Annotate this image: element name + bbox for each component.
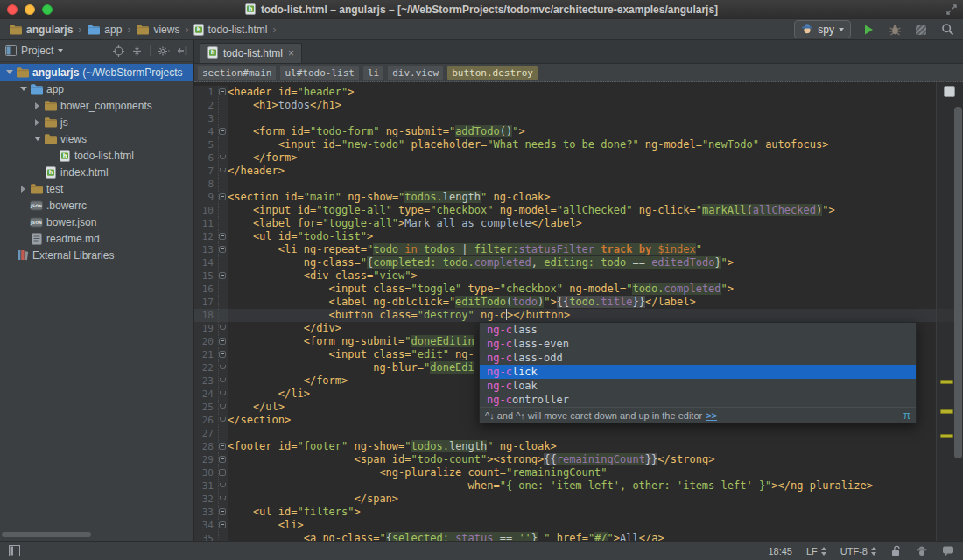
- editor-area[interactable]: 1<header id="header">2 <h1>todos</h1>34 …: [194, 82, 963, 541]
- code-line-32[interactable]: 32 </span>: [194, 493, 963, 506]
- fold-marker-icon[interactable]: [219, 374, 228, 388]
- code-line-30[interactable]: 30 <ng-pluralize count="remainingCount": [194, 466, 963, 480]
- tree-item-todo-list-html[interactable]: htodo-list.html: [0, 147, 193, 164]
- fold-marker-icon[interactable]: [219, 164, 228, 178]
- code-line-18[interactable]: 18 <button class="destroy" ng-c></button…: [194, 309, 963, 322]
- project-panel-hscrollbar[interactable]: [2, 532, 91, 537]
- code-line-9[interactable]: 9<section id="main" ng-show="todos.lengt…: [194, 191, 963, 204]
- chevron-down-icon[interactable]: [18, 83, 29, 94]
- fold-marker-icon[interactable]: [219, 414, 228, 427]
- fold-marker-icon[interactable]: [219, 401, 228, 414]
- completion-item-ng-cloak[interactable]: ng-cloak: [480, 379, 916, 393]
- nav-crumb-todo-list-html[interactable]: htodo-list.html: [192, 23, 269, 37]
- code-line-27[interactable]: 27: [194, 427, 963, 440]
- fullscreen-icon[interactable]: [945, 4, 958, 19]
- fold-marker-icon[interactable]: [219, 388, 228, 401]
- chevron-right-icon[interactable]: [32, 119, 43, 126]
- tree-item-index-html[interactable]: hindex.html: [0, 164, 193, 180]
- close-icon[interactable]: [288, 48, 294, 59]
- completion-item-ng-class-even[interactable]: ng-class-even: [480, 337, 916, 351]
- chevron-right-icon[interactable]: [32, 102, 43, 109]
- project-panel-header[interactable]: Project: [0, 40, 193, 62]
- fold-marker-icon[interactable]: [219, 493, 228, 506]
- event-log-bubble-icon[interactable]: [942, 545, 954, 556]
- code-line-16[interactable]: 16 <input class="toggle" type="checkbox"…: [194, 283, 963, 296]
- fold-marker-icon[interactable]: [219, 466, 228, 480]
- tab-todo-list-html[interactable]: h todo-list.html: [200, 43, 302, 63]
- fold-marker-icon[interactable]: [219, 519, 228, 532]
- code-line-15[interactable]: 15 <div class="view">: [194, 270, 963, 283]
- code-line-6[interactable]: 6 </form>: [194, 151, 963, 164]
- tree-item-app[interactable]: app: [0, 80, 193, 97]
- code-line-4[interactable]: 4 <form id="todo-form" ng-submit="addTod…: [194, 125, 963, 138]
- fold-marker-icon[interactable]: [219, 125, 228, 138]
- tree-item-angularjs[interactable]: angularjs(~/WebStormProjects: [0, 64, 193, 80]
- code-line-34[interactable]: 34 <li>: [194, 519, 963, 532]
- gear-icon[interactable]: [158, 46, 170, 57]
- html-crumb-ul-todo-list[interactable]: ul#todo-list: [280, 66, 358, 80]
- fold-marker-icon[interactable]: [219, 86, 228, 99]
- run-button[interactable]: [860, 21, 877, 38]
- tree-item-external-libraries[interactable]: External Libraries: [0, 247, 193, 263]
- locate-file-icon[interactable]: [113, 46, 124, 57]
- html-crumb-li[interactable]: li: [363, 66, 383, 80]
- warning-mark[interactable]: [940, 380, 953, 384]
- inspection-indicator[interactable]: [944, 86, 955, 97]
- fold-marker-icon[interactable]: [219, 480, 228, 493]
- warning-mark[interactable]: [940, 410, 953, 414]
- tree-item-readme-md[interactable]: readme.md: [0, 230, 193, 247]
- collapse-all-icon[interactable]: [131, 46, 143, 57]
- code-line-33[interactable]: 33 <ul id="filters">: [194, 506, 963, 519]
- hide-panel-icon[interactable]: [177, 46, 187, 56]
- search-everywhere-icon[interactable]: [938, 21, 956, 38]
- code-line-29[interactable]: 29 <span id="todo-count"><strong>{{remai…: [194, 453, 963, 466]
- line-separator-select[interactable]: LF: [806, 546, 826, 556]
- fold-marker-icon[interactable]: [219, 151, 228, 164]
- nav-crumb-app[interactable]: app: [85, 23, 123, 37]
- code-line-10[interactable]: 10 <input id="toggle-all" type="checkbox…: [194, 204, 963, 217]
- debug-button[interactable]: [886, 21, 903, 38]
- fold-marker-icon[interactable]: [219, 243, 228, 256]
- zoom-window-button[interactable]: [42, 4, 53, 15]
- fold-marker-icon[interactable]: [219, 361, 228, 374]
- chevron-right-icon[interactable]: [18, 186, 29, 192]
- code-line-3[interactable]: 3: [194, 112, 963, 125]
- completion-item-ng-click[interactable]: ng-click: [480, 365, 916, 379]
- fold-marker-icon[interactable]: [219, 322, 228, 335]
- editor-vscrollbar[interactable]: [954, 107, 962, 458]
- html-crumb-div-view[interactable]: div.view: [388, 66, 443, 80]
- run-configuration-select[interactable]: spy: [794, 20, 851, 38]
- code-line-7[interactable]: 7</header>: [194, 164, 963, 178]
- code-line-13[interactable]: 13 <li ng-repeat="todo in todos | filter…: [194, 243, 963, 256]
- chevron-down-icon[interactable]: [32, 133, 43, 144]
- fold-marker-icon[interactable]: [219, 191, 228, 204]
- html-crumb-button-destroy[interactable]: button.destroy: [447, 66, 538, 80]
- code-line-17[interactable]: 17 <label ng-dblclick="editTodo(todo)">{…: [194, 296, 963, 309]
- fold-marker-icon[interactable]: [219, 348, 228, 361]
- run-with-coverage-button[interactable]: [912, 21, 930, 38]
- nav-crumb-views[interactable]: views: [134, 23, 181, 37]
- tree-item--bowerrc[interactable]: JSON.bowerrc: [0, 197, 193, 214]
- fold-marker-icon[interactable]: [219, 230, 228, 243]
- completion-item-ng-class[interactable]: ng-class: [480, 323, 916, 337]
- code-line-14[interactable]: 14 ng-class="{completed: todo.completed,…: [194, 256, 963, 270]
- tree-item-js[interactable]: js: [0, 114, 193, 130]
- code-line-1[interactable]: 1<header id="header">: [194, 86, 963, 99]
- spy-status-icon[interactable]: [916, 545, 928, 556]
- fold-marker-icon[interactable]: [219, 440, 228, 453]
- tree-item-test[interactable]: test: [0, 180, 193, 197]
- editor-scrollbar-stripe[interactable]: [936, 82, 963, 541]
- completion-hint-link[interactable]: >>: [706, 410, 717, 421]
- fold-marker-icon[interactable]: [219, 506, 228, 519]
- unlock-icon[interactable]: [890, 545, 902, 556]
- warning-mark[interactable]: [940, 434, 953, 438]
- encoding-select[interactable]: UTF-8: [840, 546, 876, 556]
- code-line-11[interactable]: 11 <label for="toggle-all">Mark all as c…: [194, 217, 963, 230]
- code-line-5[interactable]: 5 <input id="new-todo" placeholder="What…: [194, 138, 963, 151]
- fold-marker-icon[interactable]: [219, 453, 228, 466]
- code-line-28[interactable]: 28<footer id="footer" ng-show="todos.len…: [194, 440, 963, 453]
- caret-position[interactable]: 18:45: [768, 546, 792, 556]
- code-line-35[interactable]: 35 <a ng-class="{selected: status == ''}…: [194, 532, 963, 541]
- tree-item-bower-json[interactable]: JSONbower.json: [0, 214, 193, 230]
- code-line-31[interactable]: 31 when="{ one: 'item left', other: 'ite…: [194, 480, 963, 493]
